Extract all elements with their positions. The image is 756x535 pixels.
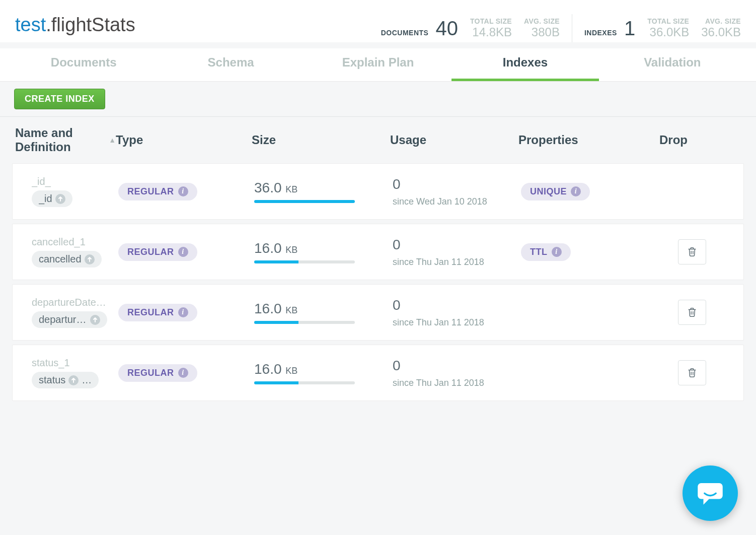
index-row: _id__idREGULARi36.0 KB0since Wed Jan 10 … xyxy=(12,163,744,220)
field-pill: cancelled xyxy=(32,251,102,268)
size-value: 16.0 KB xyxy=(254,240,393,256)
trash-icon xyxy=(687,306,698,319)
doc-total-size-label: TOTAL SIZE xyxy=(470,17,512,25)
index-row: status_1status…REGULARi16.0 KB0since Thu… xyxy=(12,345,744,401)
tab-documents[interactable]: Documents xyxy=(10,48,157,81)
col-header-name[interactable]: Name and Definition ▲ xyxy=(15,126,116,154)
info-icon[interactable]: i xyxy=(178,247,188,257)
size-bar-fill xyxy=(254,321,298,324)
info-icon[interactable]: i xyxy=(552,247,562,257)
usage-cell: 0since Thu Jan 11 2018 xyxy=(393,358,521,388)
drop-cell xyxy=(662,239,722,264)
doc-total-size: TOTAL SIZE 14.8KB xyxy=(470,17,512,39)
property-badge: TTLi xyxy=(521,243,571,261)
type-badge: REGULARi xyxy=(118,304,197,321)
size-cell: 36.0 KB xyxy=(254,180,393,203)
create-index-button[interactable]: CREATE INDEX xyxy=(14,89,105,109)
indexes-rows: _id__idREGULARi36.0 KB0since Wed Jan 10 … xyxy=(0,163,756,425)
trash-icon xyxy=(687,366,698,380)
property-badge: UNIQUEi xyxy=(521,183,590,200)
idx-total-size-value: 36.0KB xyxy=(647,25,689,39)
info-icon[interactable]: i xyxy=(571,186,581,196)
size-cell: 16.0 KB xyxy=(254,240,393,263)
drop-index-button[interactable] xyxy=(678,360,706,385)
properties-cell: TTLi xyxy=(521,243,662,261)
size-value: 16.0 KB xyxy=(254,361,393,377)
usage-count: 0 xyxy=(393,237,521,253)
idx-avg-size-value: 36.0KB xyxy=(701,25,741,39)
tab-bar: Documents Schema Explain Plan Indexes Va… xyxy=(0,48,756,82)
size-bar-fill xyxy=(254,260,298,263)
drop-index-button[interactable] xyxy=(678,239,706,264)
namespace-title: test.flightStats xyxy=(15,14,135,36)
tab-validation[interactable]: Validation xyxy=(599,48,746,81)
usage-cell: 0since Thu Jan 11 2018 xyxy=(393,237,521,268)
type-label: REGULAR xyxy=(127,307,174,318)
col-header-type[interactable]: Type xyxy=(116,133,252,147)
sort-direction-icon xyxy=(55,194,65,204)
idx-avg-size: AVG. SIZE 36.0KB xyxy=(701,17,741,39)
tab-schema[interactable]: Schema xyxy=(157,48,304,81)
info-icon[interactable]: i xyxy=(178,307,188,317)
documents-count-block: DOCUMENTS 40 xyxy=(381,17,458,40)
trash-icon xyxy=(687,245,698,259)
info-icon[interactable]: i xyxy=(178,368,188,378)
size-bar xyxy=(254,260,355,263)
index-name: cancelled_1 xyxy=(32,236,112,248)
size-value: 36.0 KB xyxy=(254,180,393,196)
field-name: departure.. xyxy=(39,314,87,325)
coll-name: .flightStats xyxy=(46,14,135,35)
type-cell: REGULARi xyxy=(118,304,254,321)
col-header-name-label: Name and Definition xyxy=(15,126,106,154)
field-name: status xyxy=(39,374,65,386)
type-cell: REGULARi xyxy=(118,183,254,200)
size-bar-fill xyxy=(254,381,298,384)
type-label: REGULAR xyxy=(127,247,174,257)
size-cell: 16.0 KB xyxy=(254,361,393,384)
col-header-usage[interactable]: Usage xyxy=(390,133,518,147)
sort-asc-icon: ▲ xyxy=(109,136,116,144)
tab-indexes[interactable]: Indexes xyxy=(451,48,598,81)
type-cell: REGULARi xyxy=(118,364,254,382)
drop-cell xyxy=(662,300,722,325)
indexes-toolbar: CREATE INDEX xyxy=(0,82,756,117)
info-icon[interactable]: i xyxy=(178,186,188,196)
type-label: REGULAR xyxy=(127,368,174,378)
tab-explain-plan[interactable]: Explain Plan xyxy=(305,48,451,81)
col-header-size[interactable]: Size xyxy=(252,133,390,147)
indexes-label: INDEXES xyxy=(584,29,617,37)
idx-total-size: TOTAL SIZE 36.0KB xyxy=(647,17,689,39)
field-name: cancelled xyxy=(39,253,82,265)
usage-since: since Thu Jan 11 2018 xyxy=(393,378,521,388)
collection-header: test.flightStats DOCUMENTS 40 TOTAL SIZE… xyxy=(0,0,756,42)
documents-count: 40 xyxy=(435,17,458,40)
type-badge: REGULARi xyxy=(118,364,197,382)
size-value: 16.0 KB xyxy=(254,301,393,317)
usage-since: since Wed Jan 10 2018 xyxy=(393,196,521,207)
size-bar xyxy=(254,200,355,203)
properties-cell: UNIQUEi xyxy=(521,183,662,200)
col-header-properties[interactable]: Properties xyxy=(518,133,659,147)
field-suffix: … xyxy=(82,374,92,386)
idx-avg-size-label: AVG. SIZE xyxy=(701,17,741,25)
sort-direction-icon xyxy=(90,315,100,325)
usage-since: since Thu Jan 11 2018 xyxy=(393,257,521,268)
usage-count: 0 xyxy=(393,358,521,374)
name-cell: status_1status… xyxy=(18,357,118,388)
stats-divider xyxy=(572,14,572,42)
type-badge: REGULARi xyxy=(118,183,197,200)
name-cell: departureDate…departure.. xyxy=(18,297,118,328)
doc-avg-size-value: 380B xyxy=(524,25,560,39)
type-cell: REGULARi xyxy=(118,243,254,261)
db-name: test xyxy=(15,14,46,35)
col-header-drop: Drop xyxy=(659,133,720,147)
sort-direction-icon xyxy=(85,254,95,264)
field-pill: departure.. xyxy=(32,311,107,328)
doc-avg-size-label: AVG. SIZE xyxy=(524,17,560,25)
size-cell: 16.0 KB xyxy=(254,301,393,324)
indexes-table-header: Name and Definition ▲ Type Size Usage Pr… xyxy=(0,117,756,163)
index-row: cancelled_1cancelledREGULARi16.0 KB0sinc… xyxy=(12,224,744,280)
size-bar xyxy=(254,381,355,384)
drop-index-button[interactable] xyxy=(678,300,706,325)
field-pill: status… xyxy=(32,372,99,388)
